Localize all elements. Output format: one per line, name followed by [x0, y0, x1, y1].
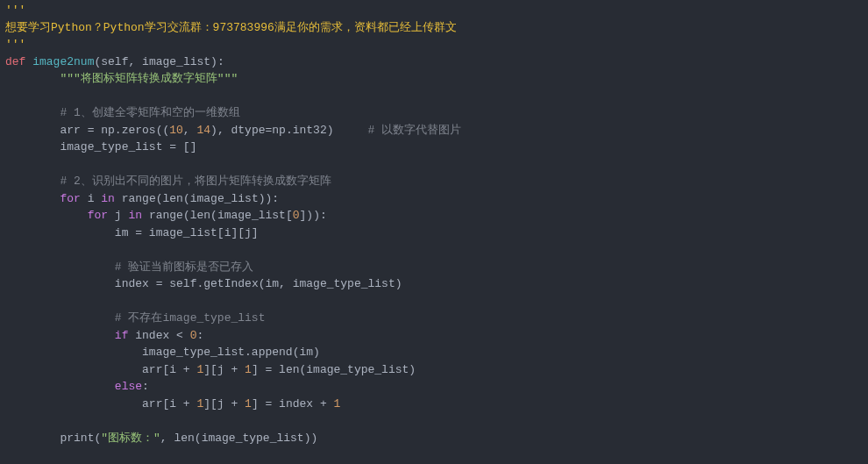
- arr-assign-b: ][j +: [203, 363, 245, 376]
- keyword-def: def: [5, 55, 25, 68]
- range2a: range(len(image_list[: [149, 209, 293, 222]
- docstring-close: ''': [5, 38, 25, 51]
- num-14: 14: [196, 124, 210, 137]
- self-2: self: [169, 277, 196, 290]
- range1: range(len(image_list)):: [122, 192, 279, 205]
- comment-3: # 验证当前图标是否已存入: [115, 261, 254, 274]
- line-itl: image_type_list = []: [60, 140, 196, 153]
- num-10: 10: [169, 124, 183, 137]
- arr-assign2-a: arr[i +: [142, 397, 196, 410]
- print-str: "图标数：": [101, 432, 160, 445]
- param-image-list: image_list: [142, 55, 210, 68]
- comma2: ,: [183, 124, 197, 137]
- keyword-for: for: [60, 192, 80, 205]
- arr-assign-c: ] = len(image_type_list): [252, 363, 416, 376]
- getindex: .getIndex(im, image_type_list): [196, 277, 402, 290]
- keyword-if: if: [115, 329, 129, 342]
- arr-assign2-b: ][j +: [203, 397, 245, 410]
- colon2: :: [142, 380, 149, 393]
- line-arr-init2: ), dtype=np.int32): [210, 124, 367, 137]
- cond: index <: [128, 329, 189, 342]
- docstring-open: ''': [5, 4, 25, 17]
- arr-assign2-c: ] = index +: [252, 397, 334, 410]
- print-rest: , len(image_type_list)): [160, 432, 317, 445]
- comment-2: # 2、识别出不同的图片，将图片矩阵转换成数字矩阵: [60, 175, 331, 188]
- num-1c: 1: [334, 397, 341, 410]
- arr-assign-a: arr[i +: [142, 363, 196, 376]
- comment-4: # 不存在image_type_list: [115, 311, 266, 325]
- comma: ,: [128, 55, 142, 68]
- docstring: """将图标矩阵转换成数字矩阵""": [60, 72, 238, 85]
- line-arr-init: arr = np.zeros((: [60, 124, 169, 137]
- keyword-in: in: [101, 192, 115, 205]
- paren-close: ):: [210, 55, 224, 68]
- function-name: image2num: [32, 55, 94, 68]
- var-j: j: [115, 209, 122, 222]
- keyword-in-2: in: [128, 209, 142, 222]
- print-open: print(: [60, 432, 101, 445]
- line-append: image_type_list.append(im): [142, 346, 320, 359]
- banner-text: 想要学习Python？Python学习交流群：973783996满足你的需求，资…: [5, 21, 457, 34]
- line-im: im = image_list[i][j]: [115, 226, 259, 239]
- colon1: :: [196, 329, 203, 342]
- param-self: self: [101, 55, 128, 68]
- line-index-a: index =: [115, 277, 169, 290]
- code-editor[interactable]: ''' 想要学习Python？Python学习交流群：973783996满足你的…: [0, 0, 868, 464]
- var-i: i: [88, 192, 95, 205]
- num-1b: 1: [245, 363, 252, 376]
- range2b: ])):: [300, 209, 327, 222]
- num-0: 0: [293, 209, 300, 222]
- keyword-for-2: for: [88, 209, 108, 222]
- keyword-else: else: [115, 380, 142, 393]
- comment-1b: # 以数字代替图片: [368, 124, 462, 137]
- comment-1: # 1、创建全零矩阵和空的一维数组: [60, 106, 239, 119]
- num-1e: 1: [245, 397, 252, 410]
